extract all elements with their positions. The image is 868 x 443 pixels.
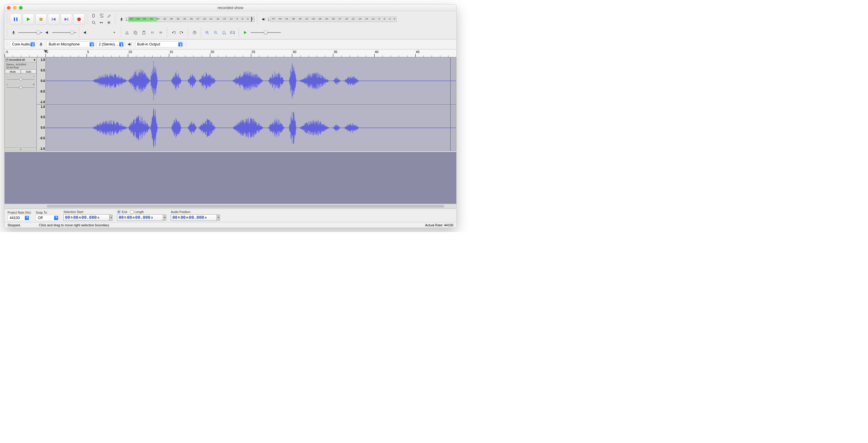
svg-point-22 [127, 33, 128, 34]
meter-lr-label: LR [268, 17, 269, 22]
timeshift-tool[interactable] [98, 19, 105, 26]
redo-icon[interactable] [178, 29, 185, 36]
copy-icon[interactable] [132, 29, 139, 36]
empty-tracks-area[interactable] [4, 152, 456, 204]
silence-icon[interactable] [157, 29, 164, 36]
playback-device-select[interactable]: Built-in Output▴▾ [135, 41, 183, 47]
toolbar-grip[interactable] [166, 27, 168, 38]
mic-icon[interactable] [118, 16, 125, 23]
svg-rect-18 [13, 31, 14, 33]
cut-icon[interactable] [123, 29, 131, 36]
toolbar-grip[interactable] [87, 14, 88, 25]
toolbar-grip[interactable] [6, 27, 8, 38]
play-button[interactable] [23, 13, 34, 25]
svg-rect-3 [39, 18, 42, 21]
svg-marker-20 [84, 31, 86, 34]
recording-level-meter[interactable]: -57-54-51-48-45-42-39-36-33-30-27-24-21-… [128, 16, 254, 22]
skip-start-button[interactable] [48, 13, 59, 25]
svg-line-39 [216, 33, 217, 34]
project-rate-label: Project Rate (Hz): [7, 211, 31, 214]
toolbar-grip[interactable] [200, 27, 202, 38]
toolbar-grip[interactable] [6, 14, 8, 25]
playback-meter: LR -57-54-51-48-45-42-39-36-33-30-27-24-… [260, 16, 397, 23]
zoom-in-icon[interactable] [204, 29, 211, 36]
record-button[interactable] [73, 13, 85, 25]
audio-host-select[interactable]: Core Audio▴▾ [10, 41, 36, 47]
undo-icon[interactable] [170, 29, 177, 36]
time-format-menu[interactable]: ▼ [217, 214, 220, 221]
undo-toolbar [170, 29, 185, 36]
trim-icon[interactable] [149, 29, 156, 36]
playback-volume-slider[interactable] [52, 30, 76, 35]
speaker-icon[interactable] [260, 16, 267, 23]
mute-button[interactable]: Mute [5, 70, 21, 74]
svg-rect-16 [121, 18, 122, 20]
project-rate-select[interactable]: 44100▾ [7, 215, 30, 221]
toolbar-grip[interactable] [120, 27, 122, 38]
toolbar-grip[interactable] [185, 41, 187, 47]
svg-marker-5 [53, 18, 56, 21]
scrollbar-thumb[interactable] [47, 205, 444, 208]
actual-rate: Actual Rate: 44100 [425, 223, 453, 227]
selection-tool[interactable] [90, 12, 97, 19]
waveform-canvas-right[interactable] [46, 105, 456, 151]
stop-button[interactable] [35, 13, 47, 25]
window-minimize-button[interactable] [13, 6, 17, 10]
skip-end-button[interactable] [61, 13, 72, 25]
paste-icon[interactable] [140, 29, 148, 36]
svg-marker-2 [27, 18, 30, 21]
end-radio[interactable]: End [117, 210, 127, 214]
length-radio[interactable]: Length [130, 210, 144, 214]
time-format-menu[interactable]: ▼ [163, 214, 166, 221]
solo-button[interactable]: Solo [21, 70, 37, 74]
recording-meter: LR -57-54-51-48-45-42-39-36-33-30-27-24-… [118, 16, 254, 23]
toolbar-grip[interactable] [256, 14, 258, 25]
time-format-menu[interactable]: ▼ [109, 214, 113, 221]
selection-start-time[interactable]: 00h00m00.000s ▼ [63, 214, 113, 221]
play-at-speed-button[interactable] [242, 29, 249, 36]
speaker-mute-icon[interactable] [82, 29, 89, 36]
toolbar-grip[interactable] [114, 14, 116, 25]
timeline-ruler[interactable]: -505101520253035404550 [4, 49, 456, 57]
toolbar-grip[interactable] [78, 27, 80, 38]
zoom-tool[interactable] [90, 19, 97, 26]
snap-to-select[interactable]: Off▾ [36, 215, 59, 221]
amplitude-scale: 1.00.50.0-0.5-1.0 [37, 105, 46, 151]
recording-channels-select[interactable]: 2 (Stereo)…▴▾ [96, 41, 124, 47]
track-close-button[interactable]: ✕ [5, 59, 8, 62]
pan-slider[interactable] [7, 87, 35, 89]
track-collapse-button[interactable]: ▲ [5, 147, 36, 151]
toolbar-grip[interactable] [6, 41, 8, 47]
svg-rect-4 [52, 18, 53, 21]
toolbar-grip[interactable] [187, 27, 189, 38]
speaker-icon [126, 41, 133, 48]
toolbar-grip[interactable] [238, 27, 240, 38]
multi-tool[interactable] [105, 19, 113, 26]
fit-project-icon[interactable] [229, 29, 236, 36]
svg-marker-14 [100, 22, 101, 24]
svg-rect-46 [40, 43, 42, 45]
pan-left-label: L [7, 83, 8, 86]
window-close-button[interactable] [7, 6, 10, 10]
window-zoom-button[interactable] [19, 6, 23, 10]
draw-tool[interactable] [105, 12, 113, 19]
svg-rect-27 [143, 31, 145, 34]
selection-end-time[interactable]: 00h00m00.000s ▼ [117, 214, 166, 221]
envelope-tool[interactable] [98, 12, 105, 19]
window-title: recorded-show [4, 5, 456, 10]
gain-slider[interactable] [7, 78, 35, 81]
channel-right: 1.00.50.0-0.5-1.0 [37, 105, 456, 151]
playback-speed-slider[interactable] [251, 30, 281, 35]
recording-device-select[interactable]: Built-in Microphone▴▾ [46, 41, 95, 47]
recording-volume-slider[interactable] [19, 30, 42, 35]
sync-lock-icon[interactable] [191, 29, 198, 36]
horizontal-scrollbar[interactable] [4, 204, 456, 209]
fit-selection-icon[interactable] [220, 29, 228, 36]
playback-level-meter[interactable]: -57-54-51-48-45-42-39-36-33-30-27-24-21-… [270, 16, 397, 22]
pause-button[interactable] [10, 13, 22, 25]
plus-icon[interactable]: + [111, 29, 118, 36]
zoom-out-icon[interactable] [212, 29, 219, 36]
waveform-canvas-left[interactable] [46, 58, 456, 104]
track-menu-button[interactable]: ▼ [33, 59, 36, 62]
audio-position-time[interactable]: 00h00m00.000s ▼ [171, 214, 220, 221]
